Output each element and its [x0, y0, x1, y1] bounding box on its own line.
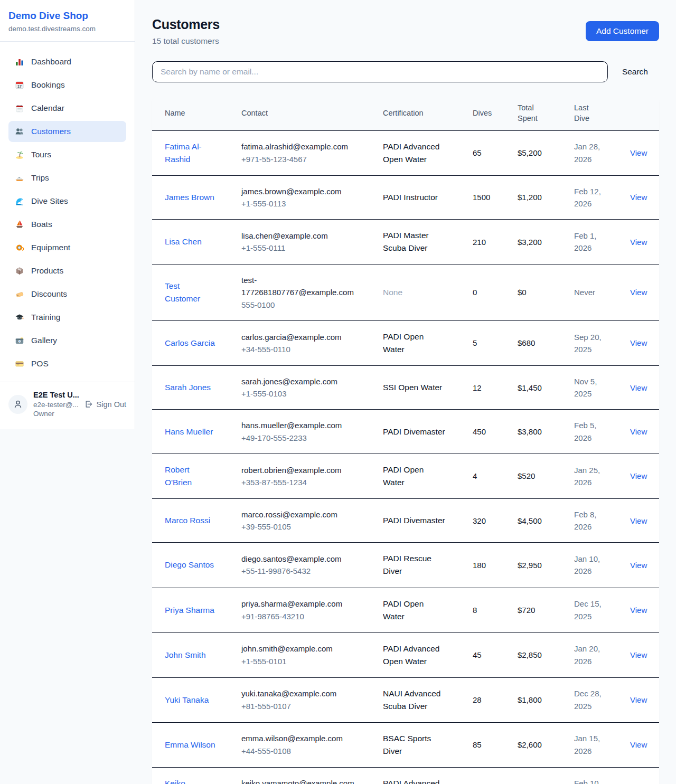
customer-total-spent: $0	[518, 286, 557, 298]
view-link[interactable]: View	[630, 604, 655, 616]
customer-email: marco.rossi@example.com	[241, 508, 366, 521]
sidebar-item-training[interactable]: Training	[8, 307, 126, 328]
sidebar-item-label: Calendar	[31, 103, 64, 113]
customer-name-link[interactable]: Keiko Yamamoto	[165, 777, 216, 784]
shop-domain: demo.test.divestreams.com	[8, 25, 126, 33]
sidebar-item-trips[interactable]: Trips	[8, 167, 126, 188]
sidebar-item-discounts[interactable]: Discounts	[8, 284, 126, 305]
sidebar-nav: Dashboard17BookingsCalendarCustomersTour…	[0, 42, 135, 382]
view-link[interactable]: View	[630, 739, 655, 751]
customer-phone: +1-555-0113	[241, 197, 366, 210]
view-link[interactable]: View	[630, 337, 655, 349]
table-row: Fatima Al-Rashidfatima.alrashid@example.…	[152, 131, 659, 175]
sidebar-item-dive-sites[interactable]: Dive Sites	[8, 191, 126, 212]
customer-dives: 320	[473, 515, 501, 527]
sidebar-item-products[interactable]: Products	[8, 260, 126, 281]
island-icon	[15, 150, 24, 159]
sidebar-item-label: Boats	[31, 220, 52, 229]
customer-phone: +91-98765-43210	[241, 610, 366, 622]
user-email: e2e-tester@...	[33, 400, 82, 410]
sidebar-item-label: Tours	[31, 150, 51, 159]
sidebar-item-label: POS	[31, 359, 49, 369]
search-button[interactable]: Search	[622, 63, 648, 81]
customer-name-link[interactable]: Fatima Al-Rashid	[165, 140, 216, 166]
customer-name-link[interactable]: Yuki Tanaka	[165, 694, 216, 706]
table-row: Test Customertest-1772681807767@example.…	[152, 264, 659, 320]
search-input[interactable]	[152, 61, 608, 82]
customer-total-spent: $2,950	[518, 559, 557, 571]
customer-certification: PADI Open Water	[383, 464, 447, 489]
sidebar-item-boats[interactable]: Boats	[8, 214, 126, 235]
view-link[interactable]: View	[630, 559, 655, 571]
column-header-actions	[617, 96, 659, 130]
table-row: Marco Rossimarco.rossi@example.com+39-55…	[152, 498, 659, 543]
customer-last-dive: Jan 25, 2026	[574, 464, 602, 489]
customer-certification: NAUI Advanced Scuba Diver	[383, 687, 447, 713]
customer-name-link[interactable]: James Brown	[165, 191, 216, 204]
sidebar-item-calendar[interactable]: Calendar	[8, 98, 126, 119]
view-link[interactable]: View	[630, 515, 655, 527]
customer-certification: PADI Advanced Open Water	[383, 140, 447, 166]
customer-phone: +81-555-0107	[241, 700, 366, 712]
customer-name-link[interactable]: Marco Rossi	[165, 514, 216, 527]
shop-name[interactable]: Demo Dive Shop	[8, 10, 126, 22]
customer-dives: 1500	[473, 191, 501, 203]
sidebar-item-equipment[interactable]: Equipment	[8, 237, 126, 258]
sidebar-item-gallery[interactable]: Gallery	[8, 330, 126, 351]
add-customer-button[interactable]: Add Customer	[586, 21, 659, 41]
table-row: John Smithjohn.smith@example.com+1-555-0…	[152, 632, 659, 677]
sidebar-item-bookings[interactable]: 17Bookings	[8, 74, 126, 96]
customer-last-dive: Sep 20, 2025	[574, 331, 602, 356]
customer-email: priya.sharma@example.com	[241, 598, 366, 610]
view-link[interactable]: View	[630, 286, 655, 298]
view-link[interactable]: View	[630, 382, 655, 394]
sidebar-item-dashboard[interactable]: Dashboard	[8, 51, 126, 72]
customer-certification: SSI Open Water	[383, 381, 447, 394]
customer-dives: 210	[473, 236, 501, 248]
view-link[interactable]: View	[630, 426, 655, 438]
customer-name-link[interactable]: Diego Santos	[165, 559, 216, 571]
customer-dives: 85	[473, 739, 501, 751]
customer-last-dive: Dec 28, 2025	[574, 687, 602, 712]
customer-name-link[interactable]: Priya Sharma	[165, 604, 216, 617]
sidebar-item-tours[interactable]: Tours	[8, 144, 126, 165]
view-link[interactable]: View	[630, 470, 655, 482]
customer-last-dive: Feb 1, 2026	[574, 230, 602, 254]
customer-name-link[interactable]: Test Customer	[165, 280, 216, 305]
table-row: James Brownjames.brown@example.com+1-555…	[152, 175, 659, 220]
customer-name-link[interactable]: Carlos Garcia	[165, 337, 216, 350]
customer-last-dive: Dec 15, 2025	[574, 598, 602, 622]
view-link[interactable]: View	[630, 191, 655, 203]
sidebar-item-customers[interactable]: Customers	[8, 121, 126, 142]
customer-name-link[interactable]: Lisa Chen	[165, 235, 216, 248]
sidebar-item-pos[interactable]: POS	[8, 353, 126, 374]
view-link[interactable]: View	[630, 236, 655, 248]
table-row: Keiko Yamamotokeiko.yamamoto@example.com…	[152, 767, 659, 784]
sailboat-icon	[15, 220, 24, 229]
view-link[interactable]: View	[630, 147, 655, 159]
customer-total-spent: $2,850	[518, 649, 557, 661]
customer-total-spent: $3,800	[518, 426, 557, 438]
customer-name-link[interactable]: John Smith	[165, 649, 216, 662]
column-header-contact: Contact	[229, 96, 370, 130]
sidebar-item-label: Customers	[31, 127, 71, 136]
customer-phone: +1-555-0111	[241, 242, 366, 254]
customer-total-spent: $720	[518, 604, 557, 616]
column-header-dives: Dives	[460, 96, 505, 130]
customer-name-link[interactable]: Sarah Jones	[165, 381, 216, 394]
customer-dives: 8	[473, 604, 501, 616]
customer-name-link[interactable]: Hans Mueller	[165, 426, 216, 438]
svg-text:17: 17	[17, 84, 22, 88]
main-content: Customers 15 total customers Add Custome…	[135, 0, 676, 784]
column-header-total-spent: Total Spent	[505, 96, 561, 130]
credit-card-icon	[15, 359, 24, 369]
view-link[interactable]: View	[630, 649, 655, 661]
sidebar-item-label: Dive Sites	[31, 196, 68, 206]
customer-name-link[interactable]: Robert O'Brien	[165, 464, 216, 489]
customer-last-dive: Feb 5, 2026	[574, 419, 602, 444]
customer-dives: 12	[473, 382, 501, 394]
customer-certification: PADI Advanced Open Water	[383, 777, 447, 784]
customer-name-link[interactable]: Emma Wilson	[165, 739, 216, 751]
view-link[interactable]: View	[630, 694, 655, 706]
sign-out-button[interactable]: Sign Out	[84, 400, 126, 409]
